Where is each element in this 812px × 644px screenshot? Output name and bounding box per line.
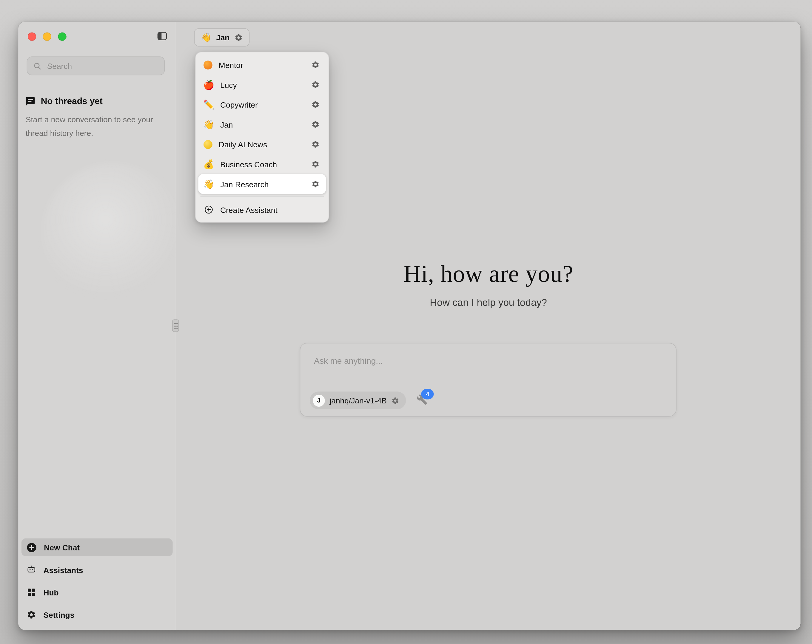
pencil-icon: ✏️ xyxy=(203,100,214,109)
assistant-settings-button[interactable] xyxy=(308,177,322,191)
sidebar-toggle-button[interactable] xyxy=(156,30,169,43)
model-name: janhq/Jan-v1-4B xyxy=(330,396,387,405)
app-window: No threads yet Start a new conversation … xyxy=(18,22,800,630)
window-controls xyxy=(28,32,67,41)
composer-card[interactable]: J janhq/Jan-v1-4B 4 xyxy=(300,343,676,417)
apple-icon: 🍎 xyxy=(203,80,214,89)
menu-item-mentor[interactable]: Mentor xyxy=(198,55,326,75)
menu-item-jan[interactable]: 👋 Jan xyxy=(198,114,326,134)
minimize-button[interactable] xyxy=(43,32,51,41)
assistant-settings-button[interactable] xyxy=(308,117,322,131)
menu-item-label: Business Coach xyxy=(220,160,302,169)
menu-separator xyxy=(200,196,324,197)
menu-item-daily-ai-news[interactable]: Daily AI News xyxy=(198,134,326,154)
menu-item-label: Jan xyxy=(220,120,302,129)
tools-button[interactable]: 4 xyxy=(415,394,428,406)
assistant-settings-button[interactable] xyxy=(308,58,322,72)
assistant-settings-button[interactable] xyxy=(308,137,322,151)
orange-circle-icon xyxy=(203,60,212,69)
yellow-circle-icon xyxy=(203,140,212,149)
search-input[interactable] xyxy=(46,61,159,71)
gear-icon xyxy=(311,81,320,89)
create-assistant-label: Create Assistant xyxy=(220,205,322,214)
model-avatar: J xyxy=(313,394,325,406)
bot-icon xyxy=(27,565,36,574)
desktop-background: No threads yet Start a new conversation … xyxy=(0,0,812,644)
assistant-menu: Mentor 🍎 Lucy ✏️ Copywriter xyxy=(195,52,329,223)
menu-item-label: Jan Research xyxy=(220,180,302,189)
nav-label-settings: Settings xyxy=(44,610,75,619)
money-bag-icon: 💰 xyxy=(203,160,214,169)
wave-icon: 👋 xyxy=(203,120,214,129)
gear-icon xyxy=(311,120,320,128)
tools-count-badge: 4 xyxy=(421,389,434,399)
menu-item-label: Mentor xyxy=(219,60,302,69)
empty-threads-state: No threads yet Start a new conversation … xyxy=(25,96,168,140)
grid-icon xyxy=(27,588,36,597)
menu-item-label: Daily AI News xyxy=(219,140,302,149)
menu-item-lucy[interactable]: 🍎 Lucy xyxy=(198,75,326,95)
empty-state-description: Start a new conversation to see your thr… xyxy=(26,113,156,140)
gear-icon xyxy=(311,140,320,148)
sidebar-resize-handle[interactable] xyxy=(172,319,179,332)
assistant-name: Jan xyxy=(216,33,229,42)
gear-icon xyxy=(392,397,399,404)
circle-plus-icon xyxy=(203,205,214,215)
gear-icon xyxy=(27,610,36,620)
greeting-block: Hi, how are you? How can I help you toda… xyxy=(176,258,801,308)
nav-label-assistants: Assistants xyxy=(44,565,83,574)
sidebar-item-hub[interactable]: Hub xyxy=(21,583,173,601)
plus-circle-icon xyxy=(27,542,37,552)
sidebar-glow-decoration xyxy=(42,163,176,304)
chat-bubble-icon xyxy=(25,96,35,107)
panel-left-icon xyxy=(156,31,168,41)
empty-state-title: No threads yet xyxy=(41,96,103,107)
nav-label-new-chat: New Chat xyxy=(44,543,80,552)
new-chat-button[interactable]: New Chat xyxy=(21,539,173,556)
menu-item-label: Copywriter xyxy=(220,100,302,109)
assistant-selector-button[interactable]: 👋 Jan xyxy=(194,28,249,47)
zoom-button[interactable] xyxy=(58,32,67,41)
composer-toolbar: J janhq/Jan-v1-4B 4 xyxy=(310,391,428,410)
create-assistant-button[interactable]: Create Assistant xyxy=(198,200,326,220)
greeting-title: Hi, how are you? xyxy=(176,258,801,289)
sidebar-item-settings[interactable]: Settings xyxy=(21,606,173,624)
sidebar-item-assistants[interactable]: Assistants xyxy=(21,561,173,579)
greeting-subtitle: How can I help you today? xyxy=(176,297,801,309)
assistant-settings-button[interactable] xyxy=(308,78,322,91)
close-button[interactable] xyxy=(28,32,36,41)
search-icon xyxy=(33,61,42,70)
sidebar-nav: New Chat Assistants Hub Settings xyxy=(21,539,173,624)
search-field[interactable] xyxy=(27,56,165,75)
gear-icon xyxy=(311,180,320,188)
menu-item-jan-research[interactable]: 👋 Jan Research xyxy=(198,174,326,194)
assistant-settings-button[interactable] xyxy=(308,98,322,111)
gear-icon xyxy=(311,160,320,168)
nav-label-hub: Hub xyxy=(44,588,59,597)
main-panel: 👋 Jan Mentor 🍎 Lucy xyxy=(176,22,801,630)
gear-icon xyxy=(311,100,320,109)
menu-item-label: Lucy xyxy=(220,80,302,89)
sidebar: No threads yet Start a new conversation … xyxy=(18,22,176,630)
assistant-settings-button[interactable] xyxy=(308,157,322,171)
wave-icon: 👋 xyxy=(203,180,214,189)
gear-icon xyxy=(311,61,320,69)
message-input[interactable] xyxy=(300,344,676,381)
gear-icon xyxy=(234,33,243,41)
model-selector-button[interactable]: J janhq/Jan-v1-4B xyxy=(310,391,406,410)
wave-icon: 👋 xyxy=(201,33,211,41)
menu-item-business-coach[interactable]: 💰 Business Coach xyxy=(198,154,326,174)
menu-item-copywriter[interactable]: ✏️ Copywriter xyxy=(198,94,326,114)
